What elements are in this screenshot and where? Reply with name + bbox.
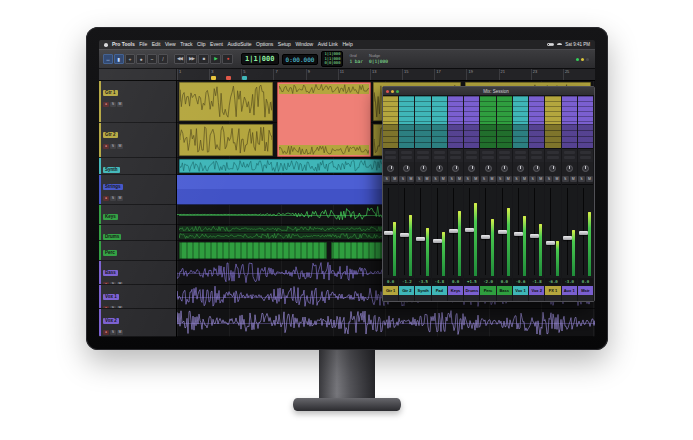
- channel-name[interactable]: Synth: [415, 286, 430, 295]
- track-header[interactable]: Gtr 1 ●SM: [99, 81, 176, 123]
- channel-strip[interactable]: S M 0.0 Keys: [448, 96, 464, 301]
- record-enable-button[interactable]: ●: [103, 196, 109, 201]
- record-button[interactable]: ●: [222, 54, 233, 64]
- sends-section[interactable]: [578, 124, 593, 148]
- close-button[interactable]: [386, 90, 389, 93]
- menu-item[interactable]: File: [139, 40, 147, 49]
- channel-strip[interactable]: S M -1.8 Vox 2: [529, 96, 545, 301]
- minimize-button[interactable]: [391, 90, 394, 93]
- edit-tool-button[interactable]: ↔: [103, 54, 113, 64]
- menu-item[interactable]: Edit: [152, 40, 161, 49]
- memory-marker[interactable]: [211, 76, 216, 80]
- solo-button[interactable]: S: [545, 176, 552, 182]
- mute-button[interactable]: M: [424, 176, 431, 182]
- menu-item[interactable]: Avid Link: [318, 40, 338, 49]
- track-name[interactable]: Perc: [103, 250, 117, 256]
- sends-section[interactable]: [480, 124, 495, 148]
- rewind-button[interactable]: ◀◀: [174, 54, 185, 64]
- fader-handle[interactable]: [563, 236, 572, 240]
- mute-button[interactable]: M: [472, 176, 479, 182]
- pan-knob[interactable]: [517, 165, 524, 172]
- channel-strip[interactable]: S M -3.0 Aux 1: [562, 96, 578, 301]
- sends-section[interactable]: [562, 124, 577, 148]
- fader-handle[interactable]: [498, 230, 507, 234]
- inserts-section[interactable]: [415, 96, 430, 124]
- timeline-ruler[interactable]: 135791113151719212325: [99, 69, 595, 81]
- track-header[interactable]: Drums: [99, 225, 176, 241]
- solo-button[interactable]: S: [383, 176, 390, 182]
- menu-item[interactable]: Pro Tools: [112, 40, 135, 49]
- channel-name[interactable]: Gtr 2: [399, 286, 414, 295]
- audio-clip[interactable]: [179, 124, 273, 156]
- menu-item[interactable]: Track: [180, 40, 192, 49]
- mute-button[interactable]: M: [391, 176, 398, 182]
- stop-button[interactable]: ■: [198, 54, 209, 64]
- record-enable-button[interactable]: ●: [103, 144, 109, 149]
- mute-button[interactable]: M: [586, 176, 593, 182]
- channel-name[interactable]: FX 1: [545, 286, 560, 295]
- channel-name[interactable]: Pad: [432, 286, 447, 295]
- fader-handle[interactable]: [546, 241, 555, 245]
- track-name[interactable]: Vox 2: [103, 318, 119, 324]
- audio-clip[interactable]: [331, 242, 389, 259]
- pan-knob[interactable]: [387, 165, 394, 172]
- track-header[interactable]: Perc ●SM: [99, 241, 176, 261]
- menu-item[interactable]: Clip: [197, 40, 206, 49]
- nudge-setting[interactable]: Nudge 0|1|000: [369, 54, 388, 64]
- sends-section[interactable]: [529, 124, 544, 148]
- audio-clip[interactable]: [179, 82, 273, 121]
- mix-window-titlebar[interactable]: Mix: Session: [383, 87, 594, 96]
- mute-button[interactable]: M: [117, 144, 123, 149]
- track-name[interactable]: Bass: [103, 270, 118, 276]
- mute-button[interactable]: M: [505, 176, 512, 182]
- audio-clip[interactable]: [179, 242, 327, 259]
- channel-name[interactable]: Drums: [464, 286, 479, 295]
- edit-tool-button[interactable]: ▮: [114, 54, 124, 64]
- edit-tool-button[interactable]: ●: [136, 54, 146, 64]
- fader-handle[interactable]: [400, 233, 409, 237]
- grid-setting[interactable]: Grid 1 bar: [349, 54, 363, 64]
- edit-tool-button[interactable]: /: [158, 54, 168, 64]
- inserts-section[interactable]: [529, 96, 544, 124]
- inserts-section[interactable]: [448, 96, 463, 124]
- channel-name[interactable]: Mstr: [578, 286, 593, 295]
- grid-value[interactable]: 1 bar: [349, 59, 363, 64]
- sends-section[interactable]: [513, 124, 528, 148]
- menu-item[interactable]: View: [165, 40, 176, 49]
- solo-button[interactable]: S: [448, 176, 455, 182]
- mute-button[interactable]: M: [489, 176, 496, 182]
- pan-knob[interactable]: [403, 165, 410, 172]
- inserts-section[interactable]: [383, 96, 398, 124]
- record-enable-button[interactable]: ●: [103, 330, 109, 335]
- edit-tool-button[interactable]: ~: [147, 54, 157, 64]
- inserts-section[interactable]: [497, 96, 512, 124]
- channel-strip[interactable]: S M -2.0 Perc: [480, 96, 496, 301]
- fast-forward-button[interactable]: ▶▶: [186, 54, 197, 64]
- track-name[interactable]: Keys: [103, 214, 118, 220]
- solo-button[interactable]: S: [399, 176, 406, 182]
- record-enable-button[interactable]: ●: [103, 102, 109, 107]
- apple-icon[interactable]: [104, 43, 108, 47]
- channel-strip[interactable]: S M -0.6 Vox 1: [513, 96, 529, 301]
- track-name[interactable]: Strings: [103, 184, 123, 190]
- sends-section[interactable]: [464, 124, 479, 148]
- fader-handle[interactable]: [433, 239, 442, 243]
- menu-item[interactable]: Window: [295, 40, 313, 49]
- track-header[interactable]: Strings ●SM: [99, 175, 176, 205]
- mute-button[interactable]: M: [570, 176, 577, 182]
- sends-section[interactable]: [415, 124, 430, 148]
- channel-name[interactable]: Aux 1: [562, 286, 577, 295]
- channel-strip[interactable]: S M -3.5 Synth: [415, 96, 431, 301]
- track-header[interactable]: Keys ●SM: [99, 205, 176, 225]
- pan-knob[interactable]: [566, 165, 573, 172]
- menu-item[interactable]: Setup: [278, 40, 291, 49]
- track-lane[interactable]: [177, 309, 595, 337]
- mute-button[interactable]: M: [521, 176, 528, 182]
- channel-strip[interactable]: S M -6.0 FX 1: [545, 96, 561, 301]
- memory-marker[interactable]: [226, 76, 231, 80]
- solo-button[interactable]: S: [529, 176, 536, 182]
- track-name[interactable]: Vox 1: [103, 294, 119, 300]
- selection-length[interactable]: 0|0|000: [324, 61, 340, 66]
- mute-button[interactable]: M: [407, 176, 414, 182]
- solo-button[interactable]: S: [464, 176, 471, 182]
